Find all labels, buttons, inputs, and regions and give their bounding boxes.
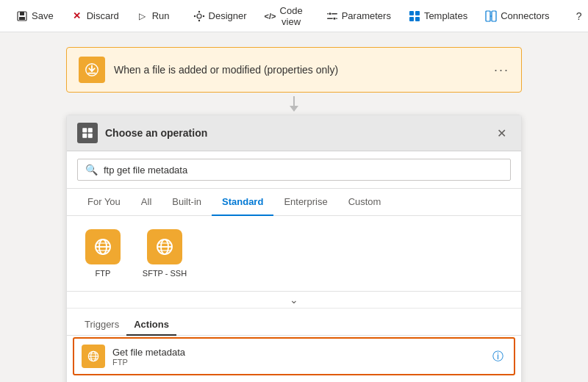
connectors-section: FTP SFTP - SSH	[67, 216, 521, 292]
trigger-block[interactable]: When a file is added or modified (proper…	[66, 47, 522, 93]
dialog-title: Choose an operation	[105, 127, 492, 139]
search-row: 🔍	[67, 151, 521, 189]
svg-rect-2	[19, 17, 25, 20]
connectors-button[interactable]: Connectors	[478, 6, 556, 26]
svg-rect-25	[88, 128, 93, 132]
save-button[interactable]: Save	[9, 6, 61, 26]
connectors-label: Connectors	[501, 10, 549, 21]
sftp-label: SFTP - SSH	[143, 269, 187, 278]
chevron-down-icon: ⌄	[290, 295, 298, 305]
sftp-icon	[147, 229, 182, 264]
svg-point-3	[197, 14, 201, 18]
svg-rect-14	[409, 17, 414, 21]
codeview-label: Code view	[280, 5, 303, 27]
svg-rect-27	[88, 134, 93, 138]
connector-sftp-ssh[interactable]: SFTP - SSH	[139, 226, 190, 281]
parameters-label: Parameters	[342, 10, 391, 21]
discard-button[interactable]: ✕ Discard	[64, 6, 126, 26]
save-icon	[16, 10, 28, 22]
run-icon: ▷	[137, 10, 148, 22]
search-input[interactable]	[104, 165, 503, 176]
codeview-button[interactable]: </> Code view	[257, 1, 310, 32]
templates-icon	[409, 10, 420, 22]
tab-for-you[interactable]: For You	[77, 189, 131, 216]
dialog-header-icon	[77, 123, 98, 143]
arrow-head	[290, 106, 298, 112]
toolbar: Save ✕ Discard ▷ Run Designer </> Code v…	[0, 0, 588, 32]
flow-arrow	[15, 93, 573, 115]
result-item-get-file-metadata-path[interactable]: Get file metadata using path FTP ⓘ	[67, 377, 521, 382]
svg-point-7	[202, 15, 204, 16]
result-sub-0: FTP	[112, 358, 490, 367]
help-button[interactable]: ? Help	[566, 6, 588, 26]
save-label: Save	[32, 10, 54, 21]
collapse-toggle[interactable]: ⌄	[67, 292, 521, 309]
svg-rect-26	[82, 134, 87, 138]
svg-point-10	[329, 12, 331, 15]
result-item-get-file-metadata[interactable]: Get file metadata FTP ⓘ	[73, 337, 515, 375]
operation-tabs: For You All Built-in Standard Enterprise…	[67, 189, 521, 216]
tab-custom[interactable]: Custom	[338, 189, 392, 216]
connector-ftp[interactable]: FTP	[77, 226, 129, 281]
parameters-button[interactable]: Parameters	[319, 6, 398, 26]
designer-button[interactable]: Designer	[186, 6, 254, 26]
svg-point-5	[198, 19, 199, 21]
run-button[interactable]: ▷ Run	[129, 6, 177, 26]
svg-rect-17	[492, 11, 496, 21]
dialog-close-button[interactable]: ✕	[492, 125, 511, 142]
parameters-icon	[326, 10, 338, 22]
run-label: Run	[152, 10, 170, 21]
inner-tab-actions[interactable]: Actions	[126, 314, 176, 336]
canvas: When a file is added or modified (proper…	[0, 32, 588, 382]
tab-all[interactable]: All	[131, 189, 162, 216]
tab-built-in[interactable]: Built-in	[162, 189, 212, 216]
designer-label: Designer	[209, 10, 247, 21]
connectors-icon	[485, 10, 497, 22]
templates-button[interactable]: Templates	[401, 6, 475, 26]
svg-rect-12	[409, 11, 414, 15]
svg-rect-24	[82, 128, 87, 132]
inner-tab-triggers[interactable]: Triggers	[77, 314, 126, 336]
result-list: Get file metadata FTP ⓘ Get file me	[67, 337, 521, 382]
trigger-icon	[79, 57, 105, 83]
tab-standard[interactable]: Standard	[212, 189, 273, 216]
connectors-grid: FTP SFTP - SSH	[77, 226, 511, 281]
result-info-0[interactable]: ⓘ	[490, 347, 506, 367]
ftp-icon	[85, 229, 121, 264]
templates-label: Templates	[424, 10, 467, 21]
svg-rect-1	[20, 12, 24, 15]
ftp-label: FTP	[96, 269, 111, 278]
dialog-header: Choose an operation ✕	[67, 115, 521, 151]
inner-tabs: Triggers Actions	[67, 309, 521, 336]
operation-dialog: Choose an operation ✕ 🔍 For You All Buil…	[66, 115, 522, 382]
designer-icon	[193, 10, 205, 22]
help-icon: ?	[573, 10, 585, 22]
svg-point-11	[333, 17, 336, 20]
svg-point-6	[193, 15, 195, 16]
search-icon: 🔍	[85, 164, 98, 176]
svg-rect-13	[415, 11, 420, 15]
svg-rect-15	[415, 17, 420, 21]
tab-enterprise[interactable]: Enterprise	[273, 189, 337, 216]
discard-label: Discard	[87, 10, 119, 21]
discard-icon: ✕	[71, 10, 83, 22]
search-box: 🔍	[77, 159, 511, 181]
trigger-title: When a file is added or modified (proper…	[114, 64, 494, 76]
svg-point-4	[198, 10, 199, 12]
result-text-0: Get file metadata FTP	[112, 347, 490, 367]
svg-rect-16	[486, 11, 490, 21]
trigger-more-button[interactable]: ···	[494, 62, 509, 78]
codeview-icon: </>	[265, 10, 276, 22]
result-icon-0	[82, 345, 105, 368]
result-name-0: Get file metadata	[112, 347, 490, 358]
